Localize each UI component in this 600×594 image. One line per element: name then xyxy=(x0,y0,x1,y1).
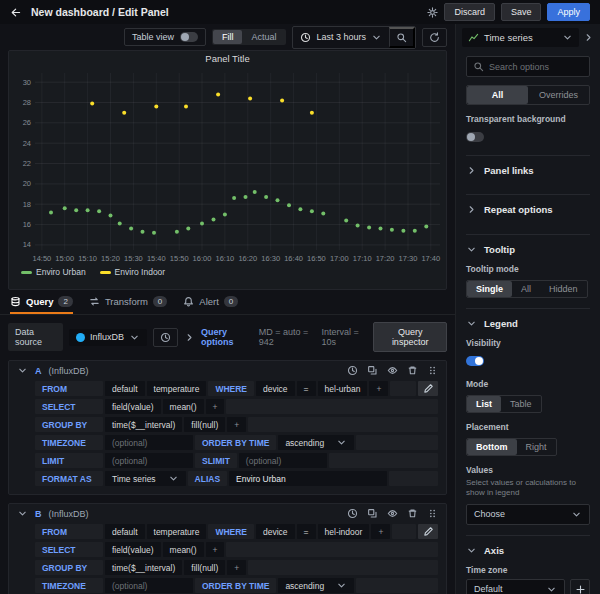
tooltip-section: Tooltip Tooltip mode SingleAllHidden xyxy=(466,234,590,298)
from-measurement-segment[interactable]: temperature xyxy=(147,524,207,539)
select-field-segment[interactable]: field(value) xyxy=(105,542,161,557)
timezone-select[interactable]: Default xyxy=(466,579,565,594)
legend-item[interactable]: Enviro Urban xyxy=(21,267,86,277)
trash-icon[interactable] xyxy=(407,508,418,519)
trash-icon[interactable] xyxy=(407,365,418,376)
option-all[interactable]: All xyxy=(467,86,528,104)
option-table[interactable]: Table xyxy=(501,396,541,412)
groupby-time-segment[interactable]: time($__interval) xyxy=(105,417,182,432)
legend-placement-label: Placement xyxy=(466,422,590,432)
back-button[interactable] xyxy=(10,7,21,18)
eye-icon[interactable] xyxy=(387,508,398,519)
query-block-b: B (InfluxDB) FROM default temperature xyxy=(8,503,447,594)
select-fn-segment[interactable]: mean() xyxy=(163,542,204,557)
panel-links-section[interactable]: Panel links xyxy=(466,155,590,185)
svg-text:14:50: 14:50 xyxy=(33,254,52,263)
option-single[interactable]: Single xyxy=(467,281,512,297)
groupby-fill-segment[interactable]: fill(null) xyxy=(184,417,225,432)
collapse-options-button[interactable] xyxy=(583,32,594,43)
save-button[interactable]: Save xyxy=(501,3,542,21)
tooltip-section-header[interactable]: Tooltip xyxy=(466,244,590,255)
groupby-fill-segment[interactable]: fill(null) xyxy=(184,560,225,575)
from-measurement-segment[interactable]: temperature xyxy=(147,381,207,396)
select-fn-segment[interactable]: mean() xyxy=(163,399,204,414)
orderby-select[interactable]: ascending xyxy=(278,435,354,450)
settings-button[interactable] xyxy=(427,7,438,18)
alias-input[interactable]: Enviro Urban xyxy=(229,471,387,486)
svg-text:20: 20 xyxy=(23,179,31,188)
add-condition-button[interactable]: + xyxy=(369,381,388,396)
zoom-out-button[interactable] xyxy=(389,27,415,48)
query-actions xyxy=(347,365,438,376)
tab-query[interactable]: Query 2 xyxy=(10,296,73,314)
legend-item[interactable]: Enviro Indoor xyxy=(100,267,166,277)
query-inspector-button[interactable]: Query inspector xyxy=(373,322,447,352)
where-key-segment[interactable]: device xyxy=(256,524,295,539)
option-overrides[interactable]: Overrides xyxy=(528,86,589,104)
where-value-segment[interactable]: hel-indoor xyxy=(318,524,370,539)
actual-button[interactable]: Actual xyxy=(242,30,285,44)
where-op-segment[interactable]: = xyxy=(297,381,316,396)
where-value-segment[interactable]: hel-urban xyxy=(318,381,368,396)
repeat-options-section[interactable]: Repeat options xyxy=(466,194,590,224)
axis-section-header[interactable]: Axis xyxy=(466,545,590,556)
chevron-down-icon xyxy=(129,332,140,343)
add-select-button[interactable]: + xyxy=(206,542,225,557)
add-condition-button[interactable]: + xyxy=(371,524,390,539)
select-row: SELECT field(value) mean() + xyxy=(35,399,438,414)
apply-button[interactable]: Apply xyxy=(547,3,590,21)
drag-handle-icon[interactable] xyxy=(427,365,438,376)
slimit-input[interactable]: (optional) xyxy=(239,453,327,468)
groupby-time-segment[interactable]: time($__interval) xyxy=(105,560,182,575)
duplicate-icon[interactable] xyxy=(367,365,378,376)
history-icon[interactable] xyxy=(347,365,358,376)
where-op-segment[interactable]: = xyxy=(297,524,316,539)
transparent-background-toggle[interactable] xyxy=(466,132,484,142)
legend-section-header[interactable]: Legend xyxy=(466,318,590,329)
option-bottom[interactable]: Bottom xyxy=(467,439,517,455)
option-right[interactable]: Right xyxy=(517,439,556,455)
add-select-button[interactable]: + xyxy=(206,399,225,414)
fill-button[interactable]: Fill xyxy=(213,30,243,44)
add-timezone-button[interactable] xyxy=(570,579,590,594)
panel-title[interactable]: Panel Title xyxy=(9,51,446,67)
drag-handle-icon[interactable] xyxy=(427,508,438,519)
where-key-segment[interactable]: device xyxy=(256,381,295,396)
tab-transform[interactable]: Transform 0 xyxy=(89,296,167,314)
collapse-icon[interactable] xyxy=(17,508,28,519)
options-search[interactable]: Search options xyxy=(466,56,590,77)
eye-icon[interactable] xyxy=(387,365,398,376)
orderby-label: ORDER BY TIME xyxy=(195,435,276,450)
history-icon[interactable] xyxy=(347,508,358,519)
orderby-select[interactable]: ascending xyxy=(278,578,354,593)
pencil-icon[interactable] xyxy=(418,524,438,539)
add-groupby-button[interactable]: + xyxy=(227,560,246,575)
query-options-toggle[interactable]: Query options xyxy=(201,327,253,347)
chevron-down-icon xyxy=(336,437,347,448)
option-hidden[interactable]: Hidden xyxy=(540,281,587,297)
datasource-picker[interactable]: InfluxDB xyxy=(69,329,147,346)
duplicate-icon[interactable] xyxy=(367,508,378,519)
legend-values-select[interactable]: Choose xyxy=(466,504,590,525)
from-db-segment[interactable]: default xyxy=(105,524,145,539)
query-history-button[interactable] xyxy=(153,328,178,347)
collapse-icon[interactable] xyxy=(17,365,28,376)
refresh-button[interactable] xyxy=(422,28,447,47)
select-field-segment[interactable]: field(value) xyxy=(105,399,161,414)
table-view-toggle[interactable] xyxy=(180,32,198,42)
pencil-icon[interactable] xyxy=(418,381,438,396)
timezone-input[interactable]: (optional) xyxy=(105,578,193,593)
tab-alert[interactable]: Alert 0 xyxy=(183,296,238,314)
from-db-segment[interactable]: default xyxy=(105,381,145,396)
time-series-plot[interactable]: 14161820222426283014:5015:0015:1015:2015… xyxy=(9,67,446,265)
discard-button[interactable]: Discard xyxy=(444,3,495,21)
format-select[interactable]: Time series xyxy=(105,471,186,486)
visualization-picker[interactable]: Time series xyxy=(462,28,579,47)
option-all[interactable]: All xyxy=(512,281,540,297)
limit-input[interactable]: (optional) xyxy=(105,453,193,468)
timezone-input[interactable]: (optional) xyxy=(105,435,193,450)
legend-visibility-toggle[interactable] xyxy=(466,356,484,366)
time-range-picker[interactable]: Last 3 hours xyxy=(293,27,389,48)
add-groupby-button[interactable]: + xyxy=(227,417,246,432)
option-list[interactable]: List xyxy=(467,396,501,412)
